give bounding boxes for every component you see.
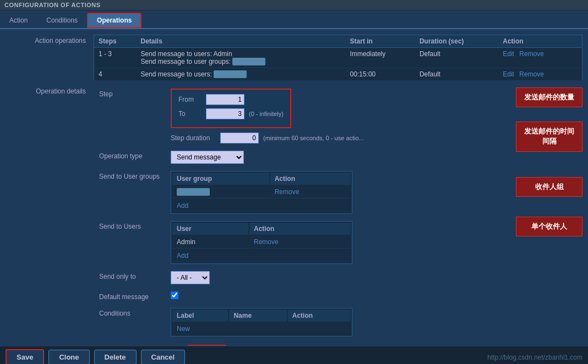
duration-input[interactable] (220, 133, 259, 144)
conditions-label: Conditions (99, 308, 171, 317)
conditions-new-cell: New (172, 323, 351, 335)
send-to-users-row: Send to Users User Action (94, 218, 505, 268)
users-annotation: 单个收件人 (516, 217, 582, 236)
tab-bar: Action Conditions Operations (0, 10, 588, 29)
default-message-value (171, 291, 499, 301)
action-operations-section: Action operations Steps Details Start in… (0, 35, 588, 81)
send-to-users-value: User Action Admin Remove (171, 221, 499, 264)
cond-label-header: Label (172, 310, 228, 322)
title-text: CONFIGURATION OF ACTIONS (4, 2, 101, 8)
send-only-to-value: - All - Jabber SMS Email (171, 271, 499, 284)
cond-action-header: Action (288, 310, 351, 322)
tab-conditions[interactable]: Conditions (37, 13, 87, 28)
steps-cell: 1 - 3 (94, 48, 137, 68)
default-message-checkbox[interactable] (171, 291, 178, 299)
bottom-bar: Save Clone Delete Cancel http://blog.csd… (0, 346, 588, 364)
details-cell: Send message to users: (137, 68, 346, 81)
steps-cell: 4 (94, 68, 137, 81)
col-duration: Duration (sec) (415, 35, 498, 48)
update-cancel-row: Update Cancel (182, 340, 582, 346)
blurred-user (214, 70, 247, 78)
duration-cell: Default (415, 68, 498, 81)
update-button[interactable]: Update (187, 345, 226, 346)
to-input[interactable] (206, 108, 244, 119)
cancel-button[interactable]: Cancel (141, 350, 186, 364)
users-table: User Action Admin Remove (171, 221, 352, 264)
watermark: http://blog.csdn.net/zbanhl1.com (487, 354, 582, 361)
operations-table: Steps Details Start in Duration (sec) Ac… (94, 35, 582, 81)
to-hint: (0 - infinitely) (249, 111, 284, 117)
duration-row: Step duration (minimum 60 seconds, 0 - u… (171, 133, 499, 144)
to-label: To (178, 110, 206, 118)
action-operations-content: Steps Details Start in Duration (sec) Ac… (94, 35, 582, 81)
send-to-groups-row: Send to User groups User group Action (94, 168, 505, 218)
blurred-group (232, 58, 265, 65)
table-row: 4 Send message to users: 00:15:00 Defaul… (94, 68, 582, 81)
operation-details-label: Operation details (6, 85, 94, 346)
duration-annotation: 发送邮件的时间 间隔 (516, 122, 582, 151)
col-action: Action (498, 35, 582, 48)
operation-details-section: Operation details Step From (0, 85, 588, 346)
step-value: From To (0 - infinitely) Step (171, 89, 499, 144)
ops-details-layout: Step From To (0 - infinitely) (94, 85, 582, 340)
table-row: 1 - 3 Send message to users: Admin Send … (94, 48, 582, 68)
start-in-cell: 00:15:00 (346, 68, 415, 81)
step-annotation: 发送邮件的数量 (516, 87, 582, 107)
ops-details-left: Step From To (0 - infinitely) (94, 85, 505, 340)
blurred-group-name (177, 188, 210, 196)
step-block: From To (0 - infinitely) (171, 89, 291, 128)
group-col-header: User group (172, 173, 269, 185)
user-add-row: Add (172, 250, 351, 262)
user-action-cell: Remove (249, 236, 351, 249)
group-remove-link[interactable]: Remove (275, 188, 300, 196)
send-only-to-row: Send only to - All - Jabber SMS Email (94, 268, 505, 288)
operation-type-select[interactable]: Send message Remote command (171, 151, 244, 164)
from-input[interactable] (206, 94, 244, 105)
user-add-link[interactable]: Add (177, 252, 188, 260)
main-content: Action operations Steps Details Start in… (0, 29, 588, 346)
save-button[interactable]: Save (6, 349, 44, 364)
step-detail-row: Step From To (0 - infinitely) (94, 85, 505, 147)
group-row: Remove (172, 186, 351, 198)
col-details: Details (137, 35, 346, 48)
remove-link-2[interactable]: Remove (519, 70, 544, 78)
conditions-new-row: New (172, 323, 351, 335)
duration-cell: Default (415, 48, 498, 68)
send-to-groups-value: User group Action (171, 171, 499, 214)
to-row: To (0 - infinitely) (178, 108, 284, 119)
duration-label: Step duration (171, 134, 220, 142)
remove-link-1[interactable]: Remove (519, 50, 544, 58)
operation-type-label: Operation type (99, 151, 171, 160)
edit-link-2[interactable]: Edit (503, 70, 514, 78)
col-steps: Steps (94, 35, 137, 48)
group-add-cell: Add (172, 200, 351, 212)
start-in-cell: Immediately (346, 48, 415, 68)
conditions-new-link[interactable]: New (177, 325, 190, 333)
group-action-cell: Remove (270, 186, 351, 198)
conditions-table: Label Name Action New (171, 308, 352, 337)
edit-link-1[interactable]: Edit (503, 50, 514, 58)
group-add-row: Add (172, 200, 351, 212)
user-remove-link[interactable]: Remove (254, 238, 279, 246)
group-name-cell (172, 186, 269, 198)
default-message-row: Default message (94, 288, 505, 305)
clone-button[interactable]: Clone (48, 350, 89, 364)
send-only-to-select[interactable]: - All - Jabber SMS Email (171, 271, 210, 284)
delete-button[interactable]: Delete (94, 350, 137, 364)
details-cell: Send message to users: Admin Send messag… (137, 48, 346, 68)
tab-operations[interactable]: Operations (87, 13, 141, 28)
action-cell: Edit Remove (498, 68, 582, 81)
cond-name-header: Name (229, 310, 286, 322)
send-only-to-label: Send only to (99, 271, 171, 280)
action-cell: Edit Remove (498, 48, 582, 68)
group-action-col-header: Action (270, 173, 351, 185)
user-name-cell: Admin (172, 236, 248, 249)
tab-action[interactable]: Action (0, 13, 37, 28)
step-label: Step (99, 89, 171, 98)
group-add-link[interactable]: Add (177, 202, 188, 209)
title-bar: CONFIGURATION OF ACTIONS (0, 0, 588, 10)
operation-type-row: Operation type Send message Remote comma… (94, 147, 505, 168)
from-label: From (178, 96, 206, 103)
user-groups-table: User group Action (171, 171, 352, 214)
conditions-row: Conditions Label Name Action (94, 305, 505, 340)
